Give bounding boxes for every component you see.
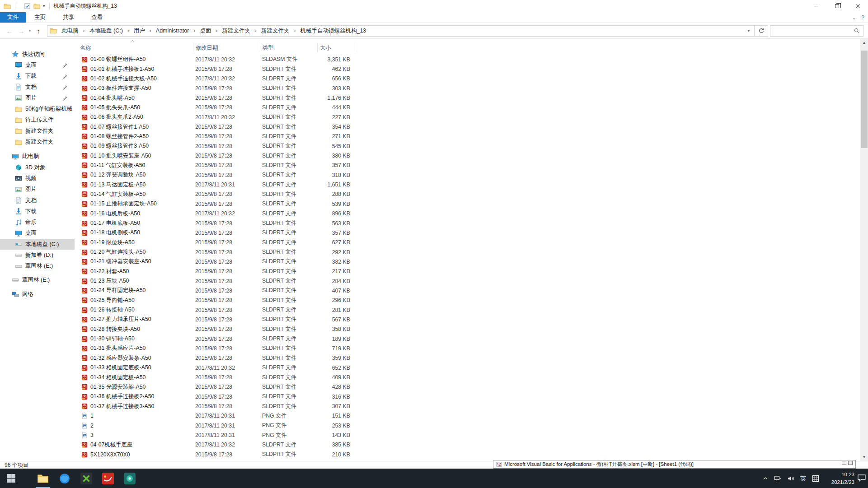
- file-row[interactable]: 201501-09 螺丝接管件3-A502015/9/8 17:28SLDPRT…: [75, 141, 860, 151]
- sidebar-item--[interactable]: 图片: [0, 184, 75, 195]
- file-row[interactable]: 201501-11 气缸安装板-A502015/9/8 17:28SLDPRT …: [75, 161, 860, 170]
- file-row[interactable]: 201501-25 导向销-A502015/9/8 17:28SLDPRT 文件…: [75, 296, 860, 305]
- column-divider[interactable]: [317, 43, 318, 52]
- breadcrumb-segment[interactable]: 新建文件夹: [220, 27, 252, 35]
- sidebar-item--[interactable]: 新建文件夹: [0, 136, 75, 147]
- breadcrumb-separator-icon[interactable]: ›: [80, 28, 88, 34]
- breadcrumb-segment[interactable]: 新建文件夹: [259, 27, 291, 35]
- file-row[interactable]: 201501-00 锁螺丝组件-A502017/8/11 20:32SLDASM…: [75, 55, 860, 64]
- sidebar-item--[interactable]: 文档: [0, 82, 75, 93]
- file-row[interactable]: 201501-14 气缸安装板-A502015/9/8 17:28SLDPRT …: [75, 190, 860, 199]
- up-button[interactable]: ↑: [33, 27, 44, 35]
- scrollbar-thumb[interactable]: [861, 51, 868, 148]
- breadcrumb-segment[interactable]: Administrator: [154, 28, 191, 34]
- file-row[interactable]: 201501-15 止推轴承固定块-A502015/9/8 17:28SLDPR…: [75, 199, 860, 209]
- tab-share[interactable]: 共享: [54, 12, 83, 23]
- sidebar-item--e-[interactable]: 覃国林 (E:): [0, 274, 75, 285]
- file-row[interactable]: 201501-37 机械手连接板3-A502015/9/8 17:28SLDPR…: [75, 401, 860, 411]
- back-button[interactable]: ←: [4, 27, 15, 35]
- minimize-button[interactable]: [806, 0, 826, 12]
- breadcrumb-separator-icon[interactable]: ›: [147, 28, 154, 34]
- vertical-scrollbar[interactable]: ▲ ▼: [860, 39, 868, 461]
- file-row[interactable]: 201501-34 相机固定板-A502015/9/8 17:28SLDPRT …: [75, 372, 860, 382]
- file-row[interactable]: 201501-16 电机后板-A502017/8/11 20:32SLDPRT …: [75, 209, 860, 218]
- file-row[interactable]: 201501-03 板件连接支撑-A502015/9/8 17:28SLDPRT…: [75, 84, 860, 93]
- sidebar-item--[interactable]: 文档: [0, 195, 75, 206]
- column-header-date[interactable]: 修改日期: [196, 44, 218, 52]
- breadcrumb-separator-icon[interactable]: ›: [252, 28, 259, 34]
- breadcrumb-segment[interactable]: 机械手自动锁螺丝机构_13: [298, 27, 368, 35]
- vba-window-titlebar[interactable]: Microsoft Visual Basic for Applications …: [493, 460, 856, 469]
- action-center-icon[interactable]: [857, 474, 866, 482]
- breadcrumb-segment[interactable]: 用户: [132, 27, 147, 35]
- breadcrumb-separator-icon[interactable]: ›: [191, 28, 198, 34]
- close-button[interactable]: [847, 0, 868, 12]
- search-input[interactable]: [770, 28, 854, 34]
- search-icon[interactable]: [854, 28, 860, 34]
- file-row[interactable]: 32017/8/11 20:31PNG 文件143 KB: [75, 430, 860, 440]
- help-icon[interactable]: ?: [861, 14, 864, 21]
- file-row[interactable]: 201501-19 限位块-A502015/9/8 17:28SLDPRT 文件…: [75, 238, 860, 247]
- file-row[interactable]: 201501-27 推力轴承压片-A502015/9/8 17:28SLDPRT…: [75, 315, 860, 324]
- file-row[interactable]: 201501-22 衬套-A502015/9/8 17:28SLDPRT 文件2…: [75, 267, 860, 276]
- scroll-up-icon[interactable]: ▲: [860, 39, 868, 46]
- column-header-name[interactable]: 名称: [80, 44, 91, 52]
- file-row[interactable]: 201501-23 压块-A502015/9/8 17:28SLDPRT 文件2…: [75, 276, 860, 286]
- quick-access-toolbar-dropdown-icon[interactable]: ▾: [43, 4, 45, 8]
- sidebar-item--[interactable]: 待上传文件: [0, 115, 75, 125]
- sidebar-item--e-[interactable]: 覃国林 (E:): [0, 261, 75, 272]
- file-row[interactable]: 201501-26 转接轴-A502015/9/8 17:28SLDPRT 文件…: [75, 305, 860, 315]
- file-row[interactable]: 201501-28 转接夹块-A502015/9/8 17:28SLDPRT 文…: [75, 325, 860, 334]
- sidebar-item-50kg-[interactable]: 50Kg单轴桁架机械: [0, 103, 75, 114]
- column-divider[interactable]: [193, 43, 193, 52]
- sidebar-item--[interactable]: 视频: [0, 173, 75, 184]
- tray-chevron-up-icon[interactable]: [763, 476, 768, 481]
- ime-language-indicator[interactable]: 英: [800, 474, 806, 483]
- sidebar-item--d-[interactable]: 新加卷 (D:): [0, 250, 75, 260]
- file-row[interactable]: 201501-06 批头夹爪2-A502017/8/11 20:32SLDPRT…: [75, 112, 860, 122]
- network-tray-icon[interactable]: [774, 475, 781, 482]
- breadcrumb-separator-icon[interactable]: ›: [213, 28, 220, 34]
- sidebar-item--c-[interactable]: 本地磁盘 (C:): [0, 239, 75, 250]
- file-row[interactable]: 201501-08 螺丝接管件2-A502015/9/8 17:28SLDPRT…: [75, 132, 860, 141]
- file-row[interactable]: 201501-31 批头感应片-A502015/9/8 17:28SLDPRT …: [75, 344, 860, 353]
- tab-home[interactable]: 主页: [26, 12, 54, 23]
- file-row[interactable]: 201501-32 感应器安装条-A502015/9/8 17:28SLDPRT…: [75, 353, 860, 363]
- recent-locations-dropdown-icon[interactable]: ▾: [27, 29, 33, 33]
- file-row[interactable]: 201501-17 电机底板-A502015/9/8 17:28SLDPRT 文…: [75, 218, 860, 228]
- file-row[interactable]: 201501-24 导杆固定块-A502015/9/8 17:28SLDPRT …: [75, 286, 860, 295]
- sidebar-item--[interactable]: 下载: [0, 206, 75, 217]
- file-row[interactable]: 201504-07机械手底座2017/8/11 20:32SLDPRT 文件38…: [75, 440, 860, 450]
- volume-icon[interactable]: [787, 475, 794, 482]
- taskbar-app-browser[interactable]: [54, 469, 75, 488]
- taskbar-app-cad-tool[interactable]: [75, 469, 97, 488]
- file-row[interactable]: 201501-05 批头夹爪-A502015/9/8 17:28SLDPRT 文…: [75, 103, 860, 112]
- taskbar-app-solidworks[interactable]: [97, 469, 119, 488]
- column-divider[interactable]: [355, 43, 355, 52]
- file-row[interactable]: 201501-36 机械手连接板2-A502015/9/8 17:28SLDPR…: [75, 392, 860, 401]
- column-header-type[interactable]: 类型: [263, 44, 274, 52]
- file-row[interactable]: 201501-18 电机侧板-A502015/9/8 17:28SLDPRT 文…: [75, 228, 860, 237]
- breadcrumb-separator-icon[interactable]: ›: [291, 28, 298, 34]
- sidebar-item--[interactable]: 快速访问: [0, 49, 75, 60]
- breadcrumb-separator-icon[interactable]: ›: [125, 28, 132, 34]
- file-row[interactable]: 201501-01 机械手连接板1-A502015/9/8 17:28SLDPR…: [75, 64, 860, 74]
- new-folder-icon[interactable]: [33, 3, 40, 9]
- breadcrumb-segment[interactable]: 桌面: [198, 27, 213, 35]
- scroll-down-icon[interactable]: ▼: [860, 453, 868, 461]
- file-row[interactable]: 201501-10 批头嘴安装座-A502015/9/8 17:28SLDPRT…: [75, 151, 860, 160]
- ime-grid-icon[interactable]: [812, 475, 819, 482]
- sidebar-item--[interactable]: 桌面: [0, 228, 75, 239]
- refresh-button[interactable]: [755, 25, 768, 37]
- file-row[interactable]: 201501-07 螺丝接管件1-A502015/9/8 17:28SLDPRT…: [75, 122, 860, 131]
- file-row[interactable]: 201501-35 光源安装架-A502015/9/8 17:28SLDPRT …: [75, 382, 860, 392]
- sidebar-item-3d-[interactable]: 3D 对象: [0, 162, 75, 173]
- expand-ribbon-icon[interactable]: ⌄: [852, 15, 856, 20]
- sidebar-item--[interactable]: 下载: [0, 71, 75, 82]
- taskbar-app-messaging-app[interactable]: [119, 469, 141, 488]
- address-bar[interactable]: 此电脑›本地磁盘 (C:)›用户›Administrator›桌面›新建文件夹›…: [47, 25, 755, 37]
- column-header-size[interactable]: 大小: [320, 44, 331, 52]
- file-row[interactable]: 12017/8/11 20:31PNG 文件151 KB: [75, 411, 860, 421]
- vba-restore-button[interactable]: [842, 461, 846, 465]
- sidebar-item--[interactable]: 新建文件夹: [0, 125, 75, 136]
